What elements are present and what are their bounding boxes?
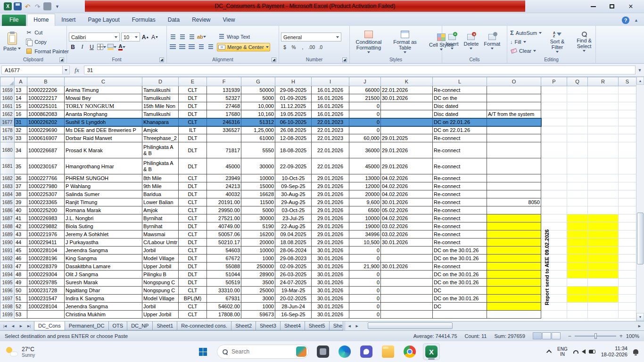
- cell-B1690[interactable]: 1000229411: [27, 239, 65, 247]
- cell-A1695[interactable]: 49: [15, 279, 27, 287]
- scroll-down-icon[interactable]: ▼: [636, 313, 644, 321]
- cell-P1659[interactable]: [541, 86, 567, 94]
- sheet-tab-dc-cons[interactable]: DC_Cons: [34, 321, 65, 330]
- cell-C1661[interactable]: TORLY NONGRUM: [65, 102, 142, 110]
- cell-K1660[interactable]: 30.01.2026: [381, 94, 433, 102]
- cell-P1685[interactable]: [541, 198, 567, 206]
- bold-button[interactable]: B: [69, 43, 77, 51]
- cell-L1697[interactable]: DC on the 30.01.26: [433, 295, 487, 303]
- cell-D1661[interactable]: 15th Mile Non: [142, 102, 179, 110]
- cell-C1688[interactable]: Biola Suting: [65, 222, 142, 230]
- cell-Q1684[interactable]: [567, 190, 588, 198]
- cell-O1681[interactable]: [487, 158, 541, 174]
- cell-B1696[interactable]: 1000231728: [27, 287, 65, 295]
- number-format-select[interactable]: General: [281, 33, 341, 41]
- cell-D1691[interactable]: Jorbil: [142, 247, 179, 255]
- cell-O1697[interactable]: [487, 295, 541, 303]
- cell-O1660[interactable]: [487, 94, 541, 102]
- cell-C1681[interactable]: Hmangrothang Hmar: [65, 158, 142, 174]
- cell-E1695[interactable]: DLT: [179, 279, 207, 287]
- select-all-corner[interactable]: [0, 77, 15, 86]
- cell-A1694[interactable]: 48: [15, 271, 27, 279]
- cell-G1661[interactable]: 10,000: [241, 102, 275, 110]
- sheet-tab-she[interactable]: She: [329, 321, 343, 330]
- cell-G1679[interactable]: 61000: [241, 134, 275, 142]
- format-as-table-button[interactable]: Format as Table: [388, 30, 422, 54]
- cell-H1660[interactable]: 01-09-2025: [275, 94, 312, 102]
- row-header-1682[interactable]: 1682: [0, 174, 15, 182]
- cell-K1680[interactable]: 29.01.2026: [381, 142, 433, 158]
- conditional-formatting-button[interactable]: Conditional Formatting: [352, 30, 386, 54]
- teams-taskbar-button[interactable]: [358, 343, 375, 360]
- chrome-taskbar-button[interactable]: [401, 343, 418, 360]
- cell-F1693[interactable]: 55088: [207, 263, 241, 271]
- row-header-1691[interactable]: 1691: [0, 247, 15, 255]
- cell-P1682[interactable]: [541, 174, 567, 182]
- row-header-1662[interactable]: 1662: [0, 110, 15, 118]
- copy-button[interactable]: Copy: [25, 38, 70, 46]
- cell-C1660[interactable]: Mowai Bey: [65, 94, 142, 102]
- cell-F1698[interactable]: 54602.00: [207, 303, 241, 311]
- cell-J1685[interactable]: 9,600: [349, 198, 381, 206]
- last-sheet-icon[interactable]: ▶|: [25, 322, 33, 329]
- row-header-1695[interactable]: 1695: [0, 279, 15, 287]
- cell-F1684[interactable]: 40032: [207, 190, 241, 198]
- cell-A1661[interactable]: 15: [15, 102, 27, 110]
- cell-H1677[interactable]: 06-10-2025: [275, 118, 312, 126]
- number-button-4[interactable]: .0: [317, 43, 324, 51]
- column-header-J[interactable]: J: [349, 77, 381, 86]
- cell-K1678[interactable]: [381, 126, 433, 134]
- vertical-scrollbar[interactable]: ▲ ▼: [636, 77, 644, 321]
- cell-F1683[interactable]: 24213: [207, 182, 241, 190]
- task-view-taskbar-button[interactable]: [314, 343, 331, 360]
- decrease-indent-button[interactable]: [197, 43, 205, 51]
- cell-H1688[interactable]: 22-Aug-25: [275, 222, 312, 230]
- cell-K1662[interactable]: [381, 110, 433, 118]
- cell-C1662[interactable]: Ananta Ronghang: [65, 110, 142, 118]
- cell-J1677[interactable]: 0: [349, 118, 381, 126]
- cell-J1689[interactable]: 34996: [349, 230, 381, 239]
- column-header-P[interactable]: P: [541, 77, 567, 86]
- cell-R1677[interactable]: [588, 118, 619, 126]
- cell-K1699[interactable]: [381, 311, 433, 319]
- cell-L1684[interactable]: Re-connect: [433, 190, 487, 198]
- cell-B1686[interactable]: 1000225200: [27, 206, 65, 214]
- cell-F1678[interactable]: 336527: [207, 126, 241, 134]
- formula-bar-expand-icon[interactable]: ▼: [636, 64, 644, 76]
- cell-P1686[interactable]: [541, 206, 567, 214]
- cell-G1693[interactable]: 250000: [241, 263, 275, 271]
- cell-K1684[interactable]: 04.02.2026: [381, 190, 433, 198]
- cell-S1679[interactable]: [619, 134, 636, 142]
- cell-C1699[interactable]: Christina Mukhim: [65, 311, 142, 319]
- cell-L1699[interactable]: [433, 311, 487, 319]
- cell-L1695[interactable]: DC on the 30.01.26: [433, 279, 487, 287]
- page-break-view-button[interactable]: [552, 332, 561, 339]
- cell-I1660[interactable]: 16.01.2026: [312, 94, 349, 102]
- cell-C1691[interactable]: Jenendra Sangma: [65, 247, 142, 255]
- cell-G1678[interactable]: 1,25,000: [241, 126, 275, 134]
- column-header-C[interactable]: C: [65, 77, 142, 86]
- cell-G1691[interactable]: 10000: [241, 247, 275, 255]
- cell-C1690[interactable]: J Purkayastha: [65, 239, 142, 247]
- cell-D1677[interactable]: Khanapara: [142, 118, 179, 126]
- cell-H1683[interactable]: 09-Sep-25: [275, 182, 312, 190]
- clock[interactable]: 11:34 18-02-2026: [601, 346, 627, 358]
- cell-F1659[interactable]: 131939: [207, 86, 241, 94]
- cell-P1677[interactable]: [541, 118, 567, 126]
- cell-A1683[interactable]: 37: [15, 182, 27, 190]
- cell-D1694[interactable]: Pilingku B: [142, 271, 179, 279]
- cell-O1692[interactable]: [487, 255, 541, 263]
- cell-J1694[interactable]: 0: [349, 271, 381, 279]
- row-header-1693[interactable]: 1693: [0, 263, 15, 271]
- name-box-dropdown-icon[interactable]: [63, 66, 70, 74]
- cell-A1659[interactable]: 13: [15, 86, 27, 94]
- column-header-B[interactable]: B: [27, 77, 65, 86]
- edge-taskbar-button[interactable]: [336, 343, 353, 360]
- fill-color-button[interactable]: [107, 43, 116, 51]
- cell-R1682[interactable]: [588, 174, 619, 182]
- row-header-1683[interactable]: 1683: [0, 182, 15, 190]
- column-header-G[interactable]: G: [241, 77, 275, 86]
- cell-G1681[interactable]: 30000: [241, 158, 275, 174]
- cell-K1661[interactable]: [381, 102, 433, 110]
- cell-H1659[interactable]: 29-08-2025: [275, 86, 312, 94]
